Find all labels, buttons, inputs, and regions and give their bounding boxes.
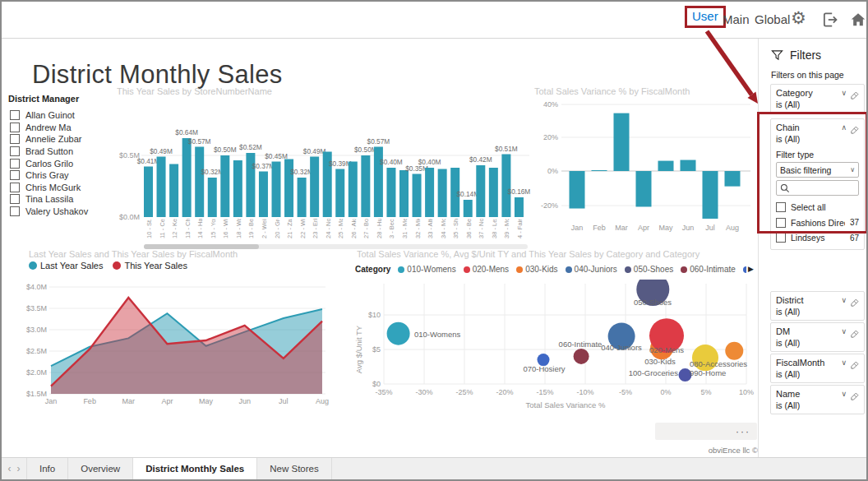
legend-item[interactable]: 020-Mens: [464, 265, 509, 274]
district-manager-option[interactable]: Brad Sutton: [10, 146, 117, 158]
nav-main-link[interactable]: Main: [723, 12, 750, 26]
bar[interactable]: [636, 171, 652, 206]
bar[interactable]: [195, 147, 204, 218]
bar[interactable]: [658, 161, 674, 171]
bar[interactable]: [570, 171, 585, 209]
eraser-icon[interactable]: [850, 390, 859, 399]
bar[interactable]: [425, 168, 434, 217]
legend-item[interactable]: 030-Kids: [516, 265, 557, 274]
district-manager-option[interactable]: Allan Guinot: [10, 109, 117, 122]
checkbox-icon[interactable]: [10, 134, 20, 144]
bar[interactable]: [169, 164, 178, 218]
home-icon[interactable]: [849, 11, 867, 29]
bar[interactable]: [438, 169, 447, 218]
bar[interactable]: [220, 155, 229, 217]
chevron-down-icon[interactable]: ∨: [841, 296, 847, 304]
bar[interactable]: [703, 171, 718, 219]
district-manager-option[interactable]: Annelie Zubar: [10, 133, 117, 146]
gear-icon[interactable]: ⚙: [791, 8, 809, 26]
checkbox-icon[interactable]: [776, 233, 786, 243]
chevron-up-icon[interactable]: ∧: [841, 123, 847, 132]
bar[interactable]: [614, 113, 630, 171]
chevron-down-icon[interactable]: ∨: [841, 390, 847, 398]
filter-option[interactable]: Lindseys67: [776, 230, 859, 246]
bar[interactable]: [464, 200, 473, 217]
bar[interactable]: [399, 170, 409, 217]
chevron-down-icon[interactable]: ∨: [841, 358, 847, 367]
filter-option[interactable]: Fashions Direct37: [776, 215, 859, 231]
chevron-down-icon[interactable]: ∨: [841, 327, 847, 335]
filter-option[interactable]: Select all: [776, 200, 859, 215]
filter-card-category[interactable]: Category∨is (All): [770, 84, 865, 113]
filter-card-dm[interactable]: DM∨is (All): [770, 322, 865, 352]
checkbox-icon[interactable]: [10, 146, 20, 156]
district-manager-option[interactable]: Valery Ushakov: [10, 206, 117, 218]
filter-card-district[interactable]: District∨is (All): [770, 291, 865, 321]
tab-prev-icon[interactable]: ‹: [8, 463, 12, 474]
district-manager-option[interactable]: Chris Gray: [10, 169, 117, 182]
nav-user-link[interactable]: User: [685, 6, 726, 28]
bar[interactable]: [208, 178, 217, 217]
legend-item[interactable]: 050-Shoes: [625, 265, 673, 274]
bar[interactable]: [725, 171, 741, 187]
checkbox-icon[interactable]: [10, 170, 20, 180]
eraser-icon[interactable]: [850, 358, 859, 368]
bar[interactable]: [515, 197, 524, 217]
bar[interactable]: [233, 160, 242, 217]
bar[interactable]: [592, 170, 607, 171]
bar[interactable]: [476, 165, 485, 217]
filter-card-name[interactable]: Name∨is (All): [770, 385, 865, 414]
tab-info[interactable]: Info: [27, 458, 68, 479]
bar[interactable]: [489, 168, 498, 217]
legend-item[interactable]: 010-Womens: [398, 265, 455, 274]
legend-item[interactable]: 070-Hosiery: [743, 265, 746, 274]
nav-global-link[interactable]: Global: [755, 12, 790, 26]
chevron-down-icon[interactable]: ∨: [841, 89, 847, 97]
tab-district-monthly-sales[interactable]: District Monthly Sales: [133, 458, 257, 479]
checkbox-icon[interactable]: [10, 183, 20, 192]
checkbox-icon[interactable]: [10, 159, 20, 169]
checkbox-icon[interactable]: [10, 123, 20, 132]
legend-item[interactable]: 060-Intimate: [681, 265, 736, 274]
filter-card-chain[interactable]: Chain∧is (All)Filter typeBasic filtering…: [770, 118, 865, 250]
filter-card-fiscalmonth[interactable]: FiscalMonth∨is (All): [770, 354, 865, 383]
legend-more-icon[interactable]: ▶: [748, 265, 754, 273]
legend-item-this-year[interactable]: This Year Sales: [113, 261, 187, 271]
district-manager-option[interactable]: Andrew Ma: [10, 122, 117, 134]
tab-overview[interactable]: Overview: [68, 458, 133, 479]
filter-search-input[interactable]: [776, 180, 859, 196]
bar[interactable]: [386, 168, 395, 217]
bar[interactable]: [335, 169, 344, 218]
tab-next-icon[interactable]: ›: [17, 463, 21, 474]
bar[interactable]: [361, 155, 370, 217]
bar[interactable]: [272, 162, 281, 218]
bar[interactable]: [157, 157, 166, 218]
sign-out-icon[interactable]: [821, 11, 839, 29]
more-options-button[interactable]: ···: [655, 423, 757, 440]
bar[interactable]: [182, 138, 192, 217]
eraser-icon[interactable]: [850, 296, 859, 305]
district-manager-option[interactable]: Tina Lassila: [10, 193, 117, 206]
bar[interactable]: [681, 160, 696, 171]
bar[interactable]: [501, 155, 510, 218]
bar[interactable]: [310, 157, 319, 218]
eraser-icon[interactable]: [850, 327, 859, 336]
checkbox-icon[interactable]: [10, 110, 20, 120]
legend-item-last-year[interactable]: Last Year Sales: [29, 261, 103, 271]
bar[interactable]: [259, 172, 268, 218]
eraser-icon[interactable]: [850, 123, 859, 132]
district-manager-option[interactable]: Carlos Grilo: [10, 157, 117, 169]
bar[interactable]: [413, 174, 422, 218]
checkbox-icon[interactable]: [10, 194, 20, 204]
bubble-010-Womens[interactable]: [387, 322, 410, 345]
tab-new-stores[interactable]: New Stores: [257, 458, 331, 479]
legend-item[interactable]: 040-Juniors: [566, 265, 617, 274]
checkbox-icon[interactable]: [776, 202, 786, 212]
bar[interactable]: [144, 167, 153, 218]
eraser-icon[interactable]: [850, 89, 859, 98]
checkbox-icon[interactable]: [776, 218, 786, 228]
bubble-990-Home[interactable]: [725, 342, 743, 360]
bubble-060-Intimate[interactable]: [574, 349, 589, 364]
filter-type-dropdown[interactable]: Basic filtering∨: [776, 162, 859, 178]
bar[interactable]: [298, 178, 307, 217]
